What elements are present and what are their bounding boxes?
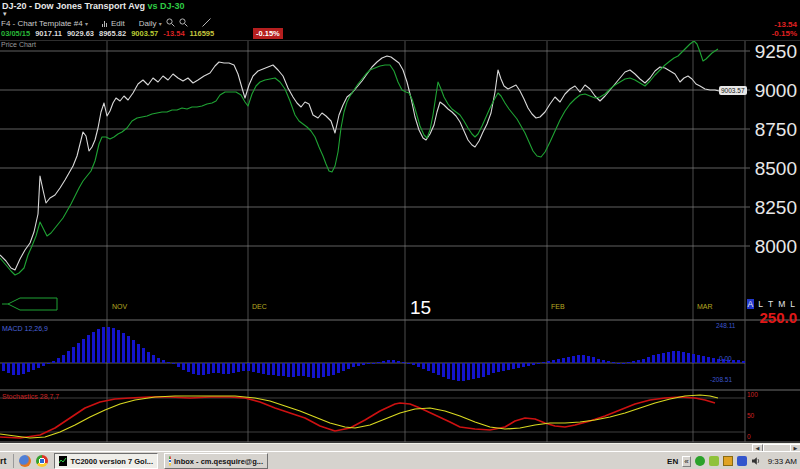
macd-indicator-label[interactable]: MACD 12,26,9	[2, 325, 48, 332]
x-axis-label: DEC	[252, 303, 267, 310]
stochastics-indicator-label[interactable]: Stochastics 28,7,7	[2, 393, 59, 400]
macd-histogram-bar	[457, 363, 460, 381]
scale-button-A[interactable]: A	[747, 299, 755, 309]
scale-button-L[interactable]: L	[757, 299, 764, 309]
macd-histogram-bar	[537, 363, 540, 364]
quote-date: 03/05/15	[1, 29, 30, 38]
macd-histogram-bar	[342, 363, 345, 371]
chevron-down-icon: ▾	[159, 21, 162, 27]
firefox-icon[interactable]	[19, 455, 31, 467]
macd-histogram-bar	[202, 363, 205, 375]
edit-button[interactable]: Edit	[111, 19, 125, 28]
screen: 925090008750850082508000NOVDEC15FEBMAR D…	[0, 0, 800, 469]
macd-histogram-bar	[352, 363, 355, 367]
trendline-tool-icon[interactable]	[202, 18, 211, 29]
symbol-name: Dow Jones Transport Avg	[35, 1, 145, 11]
price-axis-label: 8500	[755, 158, 797, 179]
language-indicator[interactable]: EN	[667, 457, 678, 466]
macd-histogram-bar	[237, 363, 240, 372]
macd-histogram-bar	[577, 355, 580, 363]
macd-histogram-bar	[32, 363, 35, 370]
macd-histogram-bar	[112, 328, 115, 363]
macd-histogram-bar	[612, 362, 615, 363]
taskbar-clock[interactable]: 9:33 AM	[768, 457, 797, 466]
tray-app-icon[interactable]	[723, 456, 733, 466]
macd-histogram-bar	[437, 363, 440, 375]
macd-histogram-bar	[272, 363, 275, 375]
period-label: Daily	[139, 19, 157, 28]
scale-button-M[interactable]: M	[777, 299, 786, 309]
compare-symbol[interactable]: DJ-30	[160, 1, 185, 11]
macd-histogram-bar	[337, 363, 340, 373]
macd-histogram-bar	[72, 347, 75, 363]
percent-change-badge: -0.15%	[253, 28, 283, 39]
macd-histogram-bar	[267, 363, 270, 375]
macd-histogram-bar	[657, 354, 660, 363]
macd-histogram-bar	[127, 336, 130, 363]
macd-histogram-bar	[642, 359, 645, 363]
macd-histogram-bar	[417, 363, 420, 367]
quote-volume: 116595	[190, 29, 215, 38]
tray-expand-button[interactable]: «	[682, 456, 690, 467]
period-selector[interactable]: Daily ▾	[139, 19, 162, 28]
macd-histogram-bar	[167, 362, 170, 363]
quote-change: -13.54	[163, 29, 184, 38]
macd-histogram-bar	[682, 352, 685, 363]
scale-button-L[interactable]: L	[789, 299, 796, 309]
macd-histogram-bar	[102, 327, 105, 363]
price-axis-label: 8750	[755, 119, 797, 140]
macd-histogram-bar	[732, 360, 735, 363]
macd-histogram-bar	[142, 348, 145, 363]
macd-histogram-bar	[132, 340, 135, 363]
chrome-icon[interactable]	[36, 455, 48, 467]
macd-histogram-bar	[242, 363, 245, 371]
macd-histogram-bar	[582, 355, 585, 363]
macd-histogram-bar	[312, 363, 315, 378]
tc2000-icon	[59, 456, 67, 466]
macd-histogram-bar	[552, 360, 555, 363]
macd-histogram-bar	[687, 353, 690, 363]
scale-button-T[interactable]: T	[767, 299, 774, 309]
macd-histogram-bar	[387, 360, 390, 363]
macd-histogram-bar	[7, 363, 10, 373]
quote-row: 03/05/15 9017.11 9029.63 8965.82 9003.57…	[1, 29, 214, 38]
macd-histogram-bar	[182, 363, 185, 370]
taskbar-task-tc2000[interactable]: TC2000 version 7 Gol...	[54, 453, 158, 469]
macd-histogram-bar	[317, 363, 320, 378]
macd-histogram-bar	[217, 363, 220, 373]
macd-histogram-bar	[137, 344, 140, 363]
taskbar-task-inbox[interactable]: Inbox - cm.qesquire@g...	[164, 453, 268, 469]
macd-histogram-bar	[87, 335, 90, 363]
zoom-in-icon[interactable]	[166, 18, 175, 29]
macd-histogram-bar	[477, 363, 480, 378]
macd-histogram-bar	[222, 363, 225, 374]
macd-histogram-bar	[257, 363, 260, 373]
macd-histogram-bar	[122, 333, 125, 363]
speaker-icon[interactable]	[751, 452, 761, 469]
macd-histogram-bar	[667, 352, 670, 363]
chrome-icon	[169, 456, 171, 466]
macd-histogram-bar	[42, 363, 45, 366]
macd-histogram-bar	[17, 363, 20, 375]
macd-histogram-bar	[107, 327, 110, 363]
macd-histogram-bar	[737, 360, 740, 363]
macd-histogram-bar	[227, 363, 230, 374]
macd-histogram-bar	[452, 363, 455, 380]
tray-app-icon[interactable]	[709, 456, 719, 466]
net-change-value: -13.54	[774, 20, 797, 29]
template-selector[interactable]: F4 - Chart Template #4 ▾	[1, 19, 88, 28]
macd-histogram-bar	[377, 362, 380, 363]
pane-label: Price Chart	[1, 41, 36, 48]
task-label: Inbox - cm.qesquire@g...	[174, 457, 263, 466]
macd-histogram-bar	[152, 355, 155, 363]
start-button[interactable]: rt	[0, 454, 14, 468]
macd-histogram-bar	[422, 363, 425, 369]
price-chart-canvas: 925090008750850082508000NOVDEC15FEBMAR	[0, 0, 800, 443]
tray-network-icon[interactable]	[737, 456, 747, 466]
macd-histogram-bar	[117, 330, 120, 363]
macd-histogram-bar	[627, 362, 630, 363]
zoom-out-icon[interactable]	[179, 18, 188, 29]
tray-app-icon[interactable]	[695, 456, 705, 466]
macd-histogram-bar	[702, 356, 705, 363]
macd-histogram-bar	[507, 363, 510, 370]
